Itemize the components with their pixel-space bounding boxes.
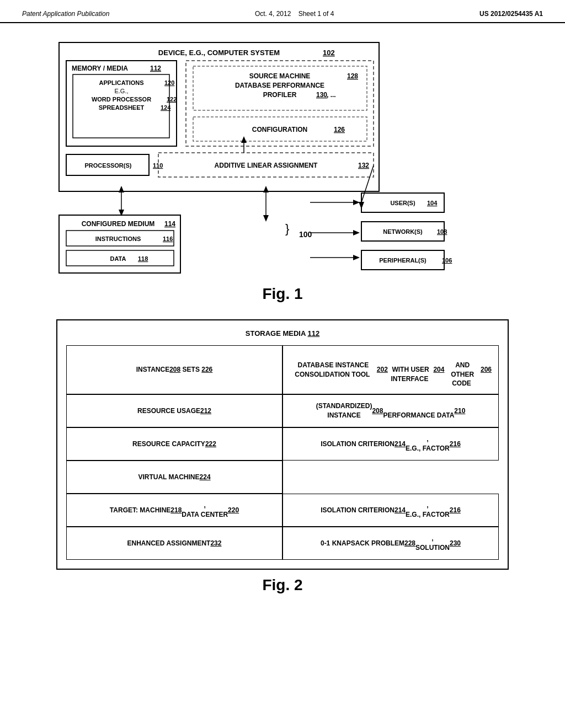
users-label: USER(S) bbox=[390, 200, 415, 206]
fig2-title: STORAGE MEDIA 112 bbox=[66, 329, 499, 338]
svg-marker-17 bbox=[263, 215, 269, 222]
header-patent-number: US 2012/0254435 A1 bbox=[479, 10, 543, 18]
config-ref-126: 126 bbox=[334, 126, 345, 133]
svg-marker-23 bbox=[353, 255, 360, 260]
fig2-grid: INSTANCE 208 SETS 226 DATABASE INSTANCE … bbox=[66, 345, 499, 560]
cell-resource-usage: RESOURCE USAGE 212 bbox=[66, 394, 282, 427]
instructions-label: INSTRUCTIONS bbox=[95, 235, 141, 242]
apps-wp: WORD PROCESSOR bbox=[92, 96, 151, 103]
cell-virtual-machine: VIRTUAL MACHINE 224 bbox=[66, 461, 282, 494]
memory-ref-112: 112 bbox=[150, 65, 161, 72]
conf-medium-ref-114: 114 bbox=[164, 220, 175, 228]
apps-ref-120: 120 bbox=[164, 79, 174, 86]
svg-marker-28 bbox=[241, 136, 247, 143]
additive-label: ADDITIVE LINEAR ASSIGNMENT bbox=[215, 162, 318, 169]
additive-ref-132: 132 bbox=[358, 162, 369, 169]
cell-isolation-criterion: ISOLATION CRITERION 214,E.G., FACTOR 216 bbox=[282, 427, 499, 461]
cell-resource-capacity: RESOURCE CAPACITY 222 bbox=[66, 427, 282, 461]
cell-knapsack: 0-1 KNAPSACK PROBLEM 228,SOLUTION 230 bbox=[282, 527, 499, 560]
svg-marker-16 bbox=[263, 186, 269, 192]
cell-standardized-instance: (STANDARDIZED)INSTANCE 208PERFORMANCE DA… bbox=[282, 394, 499, 427]
networks-ref-108: 108 bbox=[437, 228, 447, 235]
fig2-label: Fig. 2 bbox=[33, 576, 532, 594]
instructions-ref-116: 116 bbox=[163, 235, 173, 242]
fig1-label: Fig. 1 bbox=[33, 285, 532, 303]
figure-2-container: STORAGE MEDIA 112 INSTANCE 208 SETS 226 … bbox=[33, 319, 532, 594]
peripheral-ref-106: 106 bbox=[442, 257, 452, 264]
svg-marker-21 bbox=[353, 230, 360, 235]
apps-line1: APPLICATIONS bbox=[99, 79, 143, 86]
apps-ref-124: 124 bbox=[161, 104, 171, 111]
memory-label: MEMORY / MEDIA bbox=[72, 65, 128, 72]
device-ref-102: 102 bbox=[323, 49, 335, 57]
cell-empty bbox=[282, 461, 499, 494]
fig1-diagram: DEVICE, E.G., COMPUTER SYSTEM 102 MEMORY… bbox=[56, 40, 509, 279]
svg-line-29 bbox=[361, 165, 374, 202]
header-center: Oct. 4, 2012 Sheet 1 of 4 bbox=[255, 10, 334, 18]
source-machine-label: SOURCE MACHINE bbox=[249, 72, 311, 80]
device-title: DEVICE, E.G., COMPUTER SYSTEM bbox=[158, 49, 280, 57]
db-profiler-label: DATABASE PERFORMANCE bbox=[235, 82, 324, 89]
cell-db-consolidation: DATABASE INSTANCE CONSOLIDATION TOOL 202… bbox=[282, 345, 499, 394]
cell-target-machine: TARGET: MACHINE 218,DATA CENTER 220 bbox=[66, 494, 282, 527]
conf-medium-title: CONFIGURED MEDIUM bbox=[82, 220, 155, 228]
header-sheet: Sheet 1 of 4 bbox=[299, 10, 334, 18]
fig2-outer-box: STORAGE MEDIA 112 INSTANCE 208 SETS 226 … bbox=[56, 319, 509, 570]
apps-eg: E.G., bbox=[114, 88, 128, 94]
apps-ref-122: 122 bbox=[167, 96, 177, 103]
storage-media-ref: 112 bbox=[307, 329, 319, 338]
apps-ss: SPREADSHEET bbox=[99, 104, 145, 111]
cell-enhanced-assignment: ENHANCED ASSIGNMENT232 bbox=[66, 527, 282, 560]
profiler-ref-130: 130 bbox=[316, 91, 327, 99]
processor-label: PROCESSOR(S) bbox=[85, 162, 132, 169]
svg-marker-30 bbox=[359, 202, 364, 209]
svg-text:, ...: , ... bbox=[327, 91, 336, 99]
cell-isolation-criterion-2: ISOLATION CRITERION 214,E.G., FACTOR 216 bbox=[282, 494, 499, 527]
svg-rect-1 bbox=[66, 61, 177, 146]
source-ref-128: 128 bbox=[347, 72, 358, 80]
bracket-symbol: } bbox=[285, 222, 289, 235]
page-content: DEVICE, E.G., COMPUTER SYSTEM 102 MEMORY… bbox=[0, 29, 565, 622]
svg-marker-11 bbox=[119, 186, 124, 192]
peripheral-label: PERIPHERAL(S) bbox=[379, 257, 427, 264]
page-header: Patent Application Publication Oct. 4, 2… bbox=[0, 0, 565, 23]
label-100: 100 bbox=[299, 230, 312, 239]
figure-1-container: DEVICE, E.G., COMPUTER SYSTEM 102 MEMORY… bbox=[33, 40, 532, 303]
profiler-ref: PROFILER bbox=[263, 91, 297, 99]
config-label: CONFIGURATION bbox=[252, 126, 307, 133]
data-label: DATA bbox=[110, 255, 126, 262]
header-date: Oct. 4, 2012 bbox=[255, 10, 291, 18]
svg-marker-19 bbox=[353, 200, 360, 205]
users-ref-104: 104 bbox=[427, 200, 438, 206]
header-publication-label: Patent Application Publication bbox=[22, 10, 109, 18]
cell-instance-sets: INSTANCE 208 SETS 226 bbox=[66, 345, 282, 394]
data-ref-118: 118 bbox=[138, 255, 148, 262]
networks-label: NETWORK(S) bbox=[383, 228, 423, 235]
